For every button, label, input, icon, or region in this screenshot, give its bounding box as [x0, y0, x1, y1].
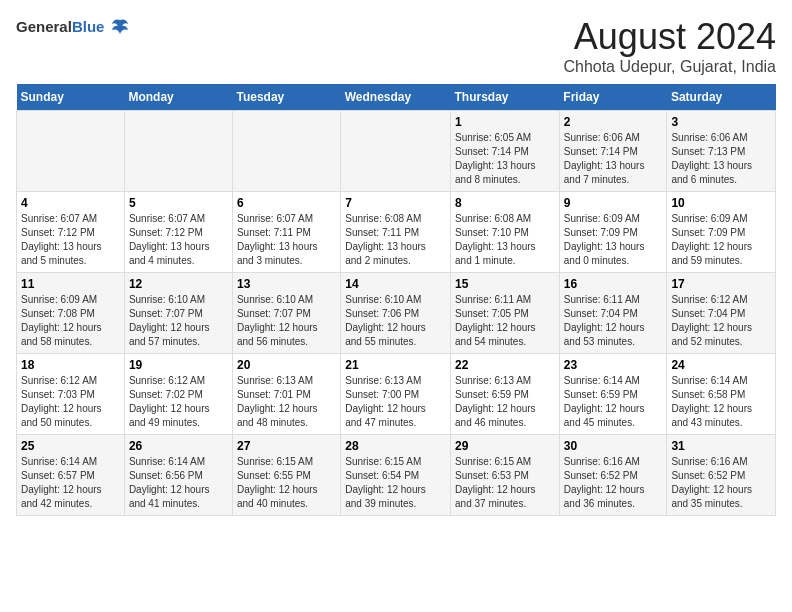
day-info: Sunrise: 6:13 AM Sunset: 7:01 PM Dayligh…: [237, 374, 336, 430]
weekday-header-monday: Monday: [124, 84, 232, 111]
day-number: 3: [671, 115, 771, 129]
weekday-header-sunday: Sunday: [17, 84, 125, 111]
calendar-cell: 1Sunrise: 6:05 AM Sunset: 7:14 PM Daylig…: [451, 111, 560, 192]
title-section: August 2024 Chhota Udepur, Gujarat, Indi…: [563, 16, 776, 76]
day-info: Sunrise: 6:10 AM Sunset: 7:06 PM Dayligh…: [345, 293, 446, 349]
day-info: Sunrise: 6:09 AM Sunset: 7:08 PM Dayligh…: [21, 293, 120, 349]
calendar-cell: 23Sunrise: 6:14 AM Sunset: 6:59 PM Dayli…: [559, 354, 667, 435]
day-info: Sunrise: 6:13 AM Sunset: 6:59 PM Dayligh…: [455, 374, 555, 430]
calendar-cell: 27Sunrise: 6:15 AM Sunset: 6:55 PM Dayli…: [232, 435, 340, 516]
day-number: 19: [129, 358, 228, 372]
day-number: 13: [237, 277, 336, 291]
day-info: Sunrise: 6:13 AM Sunset: 7:00 PM Dayligh…: [345, 374, 446, 430]
day-number: 25: [21, 439, 120, 453]
day-info: Sunrise: 6:07 AM Sunset: 7:11 PM Dayligh…: [237, 212, 336, 268]
day-info: Sunrise: 6:15 AM Sunset: 6:53 PM Dayligh…: [455, 455, 555, 511]
calendar-cell: 24Sunrise: 6:14 AM Sunset: 6:58 PM Dayli…: [667, 354, 776, 435]
day-number: 20: [237, 358, 336, 372]
day-info: Sunrise: 6:08 AM Sunset: 7:11 PM Dayligh…: [345, 212, 446, 268]
calendar-cell: 8Sunrise: 6:08 AM Sunset: 7:10 PM Daylig…: [451, 192, 560, 273]
calendar-cell: 21Sunrise: 6:13 AM Sunset: 7:00 PM Dayli…: [341, 354, 451, 435]
weekday-header-thursday: Thursday: [451, 84, 560, 111]
logo-general: GeneralBlue: [16, 19, 104, 36]
calendar-cell: 11Sunrise: 6:09 AM Sunset: 7:08 PM Dayli…: [17, 273, 125, 354]
day-number: 16: [564, 277, 663, 291]
day-number: 21: [345, 358, 446, 372]
calendar-cell: 29Sunrise: 6:15 AM Sunset: 6:53 PM Dayli…: [451, 435, 560, 516]
calendar-cell: 13Sunrise: 6:10 AM Sunset: 7:07 PM Dayli…: [232, 273, 340, 354]
day-number: 30: [564, 439, 663, 453]
day-info: Sunrise: 6:05 AM Sunset: 7:14 PM Dayligh…: [455, 131, 555, 187]
calendar-cell: 20Sunrise: 6:13 AM Sunset: 7:01 PM Dayli…: [232, 354, 340, 435]
day-number: 10: [671, 196, 771, 210]
day-info: Sunrise: 6:16 AM Sunset: 6:52 PM Dayligh…: [671, 455, 771, 511]
day-info: Sunrise: 6:10 AM Sunset: 7:07 PM Dayligh…: [129, 293, 228, 349]
day-info: Sunrise: 6:09 AM Sunset: 7:09 PM Dayligh…: [564, 212, 663, 268]
calendar-table: SundayMondayTuesdayWednesdayThursdayFrid…: [16, 84, 776, 516]
day-info: Sunrise: 6:15 AM Sunset: 6:54 PM Dayligh…: [345, 455, 446, 511]
day-info: Sunrise: 6:06 AM Sunset: 7:14 PM Dayligh…: [564, 131, 663, 187]
day-number: 4: [21, 196, 120, 210]
day-info: Sunrise: 6:12 AM Sunset: 7:04 PM Dayligh…: [671, 293, 771, 349]
day-number: 18: [21, 358, 120, 372]
calendar-cell: 17Sunrise: 6:12 AM Sunset: 7:04 PM Dayli…: [667, 273, 776, 354]
calendar-cell: 7Sunrise: 6:08 AM Sunset: 7:11 PM Daylig…: [341, 192, 451, 273]
calendar-cell: 25Sunrise: 6:14 AM Sunset: 6:57 PM Dayli…: [17, 435, 125, 516]
day-info: Sunrise: 6:06 AM Sunset: 7:13 PM Dayligh…: [671, 131, 771, 187]
day-info: Sunrise: 6:07 AM Sunset: 7:12 PM Dayligh…: [129, 212, 228, 268]
calendar-cell: 19Sunrise: 6:12 AM Sunset: 7:02 PM Dayli…: [124, 354, 232, 435]
calendar-cell: 3Sunrise: 6:06 AM Sunset: 7:13 PM Daylig…: [667, 111, 776, 192]
day-number: 5: [129, 196, 228, 210]
day-info: Sunrise: 6:10 AM Sunset: 7:07 PM Dayligh…: [237, 293, 336, 349]
calendar-cell: 15Sunrise: 6:11 AM Sunset: 7:05 PM Dayli…: [451, 273, 560, 354]
day-number: 9: [564, 196, 663, 210]
day-number: 24: [671, 358, 771, 372]
day-number: 6: [237, 196, 336, 210]
day-number: 29: [455, 439, 555, 453]
day-info: Sunrise: 6:14 AM Sunset: 6:58 PM Dayligh…: [671, 374, 771, 430]
day-number: 27: [237, 439, 336, 453]
calendar-cell: 4Sunrise: 6:07 AM Sunset: 7:12 PM Daylig…: [17, 192, 125, 273]
weekday-header-tuesday: Tuesday: [232, 84, 340, 111]
calendar-cell: 14Sunrise: 6:10 AM Sunset: 7:06 PM Dayli…: [341, 273, 451, 354]
calendar-cell: 28Sunrise: 6:15 AM Sunset: 6:54 PM Dayli…: [341, 435, 451, 516]
calendar-cell: 26Sunrise: 6:14 AM Sunset: 6:56 PM Dayli…: [124, 435, 232, 516]
day-info: Sunrise: 6:08 AM Sunset: 7:10 PM Dayligh…: [455, 212, 555, 268]
day-number: 23: [564, 358, 663, 372]
calendar-cell: [341, 111, 451, 192]
day-info: Sunrise: 6:14 AM Sunset: 6:59 PM Dayligh…: [564, 374, 663, 430]
day-number: 31: [671, 439, 771, 453]
day-number: 7: [345, 196, 446, 210]
calendar-cell: 2Sunrise: 6:06 AM Sunset: 7:14 PM Daylig…: [559, 111, 667, 192]
day-info: Sunrise: 6:07 AM Sunset: 7:12 PM Dayligh…: [21, 212, 120, 268]
day-number: 1: [455, 115, 555, 129]
day-number: 26: [129, 439, 228, 453]
calendar-cell: 31Sunrise: 6:16 AM Sunset: 6:52 PM Dayli…: [667, 435, 776, 516]
calendar-cell: 6Sunrise: 6:07 AM Sunset: 7:11 PM Daylig…: [232, 192, 340, 273]
day-number: 28: [345, 439, 446, 453]
weekday-header-wednesday: Wednesday: [341, 84, 451, 111]
calendar-cell: 10Sunrise: 6:09 AM Sunset: 7:09 PM Dayli…: [667, 192, 776, 273]
day-number: 15: [455, 277, 555, 291]
day-info: Sunrise: 6:16 AM Sunset: 6:52 PM Dayligh…: [564, 455, 663, 511]
day-number: 14: [345, 277, 446, 291]
day-number: 11: [21, 277, 120, 291]
calendar-cell: 22Sunrise: 6:13 AM Sunset: 6:59 PM Dayli…: [451, 354, 560, 435]
calendar-cell: 18Sunrise: 6:12 AM Sunset: 7:03 PM Dayli…: [17, 354, 125, 435]
calendar-cell: [17, 111, 125, 192]
day-info: Sunrise: 6:14 AM Sunset: 6:57 PM Dayligh…: [21, 455, 120, 511]
calendar-cell: 9Sunrise: 6:09 AM Sunset: 7:09 PM Daylig…: [559, 192, 667, 273]
day-number: 8: [455, 196, 555, 210]
weekday-header-saturday: Saturday: [667, 84, 776, 111]
day-number: 17: [671, 277, 771, 291]
day-info: Sunrise: 6:14 AM Sunset: 6:56 PM Dayligh…: [129, 455, 228, 511]
main-title: August 2024: [563, 16, 776, 58]
day-info: Sunrise: 6:11 AM Sunset: 7:04 PM Dayligh…: [564, 293, 663, 349]
weekday-header-friday: Friday: [559, 84, 667, 111]
logo: GeneralBlue: [16, 16, 130, 38]
calendar-cell: 5Sunrise: 6:07 AM Sunset: 7:12 PM Daylig…: [124, 192, 232, 273]
subtitle: Chhota Udepur, Gujarat, India: [563, 58, 776, 76]
calendar-cell: 16Sunrise: 6:11 AM Sunset: 7:04 PM Dayli…: [559, 273, 667, 354]
day-info: Sunrise: 6:15 AM Sunset: 6:55 PM Dayligh…: [237, 455, 336, 511]
calendar-cell: 30Sunrise: 6:16 AM Sunset: 6:52 PM Dayli…: [559, 435, 667, 516]
